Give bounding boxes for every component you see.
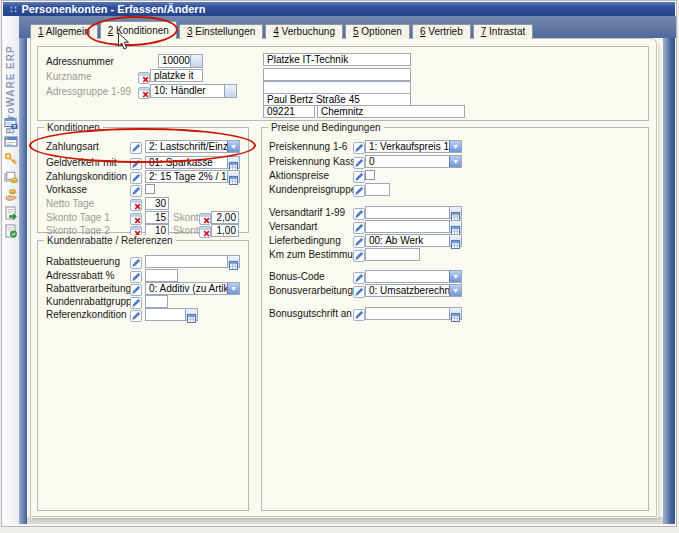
field-edit-icon bbox=[130, 156, 142, 168]
preiskennung-1-6-field[interactable]: 1: Verkaufspreis 1▾ bbox=[365, 140, 462, 153]
geldverkehr-mit-lookup-button[interactable] bbox=[227, 157, 239, 168]
tab-einstellungen[interactable]: 3 Einstellungen bbox=[179, 24, 263, 39]
lieferbedingung-lookup-button[interactable] bbox=[449, 235, 461, 246]
kundenrabatte-groupbox: Kundenrabatte / Referenzen Rabattsteueru… bbox=[37, 240, 249, 511]
zahlungskondition-lookup-button[interactable] bbox=[227, 171, 239, 182]
kundenrabatte-groupbox-title: Kundenrabatte / Referenzen bbox=[44, 235, 176, 246]
versandart-field[interactable] bbox=[365, 220, 462, 233]
skonto-tage-1-field[interactable]: 15 bbox=[145, 211, 169, 224]
tab-verbuchung[interactable]: 4 Verbuchung bbox=[265, 24, 343, 39]
form-window-icon[interactable] bbox=[4, 134, 18, 148]
rabattverarbeitung-field[interactable]: 0: Additiv (zu Artikel/WGR▾ bbox=[145, 282, 240, 295]
adressnummer-lookup-button[interactable] bbox=[190, 55, 202, 67]
bonusgutschrift-an-lookup-button[interactable] bbox=[449, 308, 461, 319]
field-edit-icon bbox=[353, 234, 365, 246]
bonusverarbeitung-label: Bonusverarbeitung bbox=[269, 284, 353, 297]
adressgruppe-field[interactable]: 10: Händler bbox=[150, 84, 237, 98]
address-groupbox: Adressnummer Kurzname Adressgruppe 1-99 … bbox=[37, 46, 649, 121]
aktionspreise-label: Aktionspreise bbox=[269, 169, 329, 182]
zahlungsart-dropdown-button[interactable]: ▾ bbox=[227, 141, 239, 152]
adressrabatt-label: Adressrabatt % bbox=[46, 269, 114, 282]
versandtarif-1-99-field[interactable] bbox=[365, 206, 462, 219]
versandtarif-1-99-lookup-button[interactable] bbox=[449, 207, 461, 218]
field-locked-icon bbox=[138, 70, 150, 82]
rabattsteuerung-lookup-button[interactable] bbox=[227, 256, 239, 267]
adressrabatt-field[interactable] bbox=[145, 269, 178, 282]
kundenpreisgruppe-field[interactable] bbox=[365, 183, 390, 196]
preiskennung-kasse-field[interactable]: 0▾ bbox=[365, 155, 462, 168]
rabattsteuerung-label: Rabattsteuerung bbox=[46, 255, 120, 268]
field-edit-icon bbox=[353, 155, 365, 167]
address-city-field[interactable]: Chemnitz bbox=[317, 105, 465, 118]
skonto-tage-1-skonto-field[interactable]: 2,00 bbox=[211, 211, 239, 224]
preiskennung-kasse-label: Preiskennung Kasse bbox=[269, 155, 361, 168]
bonusverarbeitung-dropdown-button[interactable]: ▾ bbox=[449, 285, 461, 296]
kurzname-field[interactable]: platzke it bbox=[150, 69, 203, 82]
preiskennung-1-6-dropdown-button[interactable]: ▾ bbox=[449, 141, 461, 152]
netto-tage-label: Netto Tage bbox=[46, 197, 94, 210]
adressgruppe-lookup-button[interactable] bbox=[224, 85, 236, 97]
key-icon[interactable] bbox=[4, 152, 18, 166]
kundenrabattgruppe-field[interactable] bbox=[145, 295, 168, 308]
field-edit-icon bbox=[353, 220, 365, 232]
netto-tage-field[interactable]: 30 bbox=[145, 197, 169, 210]
tab-optionen[interactable]: 5 Optionen bbox=[345, 24, 410, 39]
tab-allgemein[interactable]: 1 Allgemein bbox=[30, 24, 98, 39]
kundenpreisgruppe-label: Kundenpreisgruppe bbox=[269, 183, 356, 196]
bonus-code-label: Bonus-Code bbox=[269, 270, 325, 283]
field-edit-icon bbox=[130, 140, 142, 152]
konditionen-groupbox-title: Konditionen bbox=[44, 122, 103, 133]
field-locked-icon bbox=[199, 211, 211, 223]
bonusgutschrift-an-label: Bonusgutschrift an bbox=[269, 307, 352, 320]
field-edit-icon bbox=[353, 183, 365, 195]
address-name1-field[interactable]: Platzke IT-Technik bbox=[263, 53, 411, 66]
vorkasse-checkbox[interactable] bbox=[145, 184, 155, 194]
address-card-icon[interactable] bbox=[4, 116, 18, 130]
tab-konditionen[interactable]: 2 Konditionen bbox=[100, 21, 177, 39]
rabattsteuerung-field[interactable] bbox=[145, 255, 240, 268]
window-grip-icon: ∷ bbox=[10, 3, 15, 17]
field-locked-icon bbox=[130, 197, 142, 209]
kundenrabattgruppe-label: Kundenrabattgruppe bbox=[46, 295, 137, 308]
address-name2-field[interactable] bbox=[263, 68, 411, 81]
km-zum-bestimmungsort-field[interactable] bbox=[365, 248, 420, 261]
cardfile-coins-icon[interactable] bbox=[4, 170, 18, 184]
zahlungskondition-field[interactable]: 2: 15 Tage 2% / 10 Tag bbox=[145, 170, 240, 183]
bonus-code-field[interactable]: ▾ bbox=[365, 270, 462, 283]
frame-right-strip bbox=[663, 38, 675, 524]
field-edit-icon bbox=[130, 282, 142, 294]
kurzname-label: Kurzname bbox=[46, 70, 92, 83]
preiskennung-kasse-dropdown-button[interactable]: ▾ bbox=[449, 156, 461, 167]
bonusverarbeitung-field[interactable]: 0: Umsatzberechnung Adr▾ bbox=[365, 284, 462, 297]
aktionspreise-checkbox[interactable] bbox=[365, 170, 375, 180]
zahlungsart-field[interactable]: 2: Lastschrift/Einzugserm▾ bbox=[145, 140, 240, 153]
page-ok-icon[interactable] bbox=[4, 224, 18, 238]
skonto-tage-2-skonto-field[interactable]: 1,00 bbox=[211, 224, 239, 237]
adressnummer-field[interactable]: 10000 bbox=[158, 54, 203, 68]
versandart-label: Versandart bbox=[269, 220, 317, 233]
tab-vertrieb[interactable]: 6 Vertrieb bbox=[412, 24, 471, 39]
tab-intrastat[interactable]: 7 Intrastat bbox=[473, 24, 533, 39]
preise-groupbox: Preise und Bedingungen Preiskennung 1-61… bbox=[261, 127, 649, 511]
page-export-icon[interactable] bbox=[4, 206, 18, 220]
bonus-code-dropdown-button[interactable]: ▾ bbox=[449, 271, 461, 282]
sidebar-icon-toolbar bbox=[4, 116, 19, 238]
hand-coins-icon[interactable] bbox=[4, 188, 18, 202]
geldverkehr-mit-label: Geldverkehr mit bbox=[46, 156, 117, 169]
bonusgutschrift-an-field[interactable] bbox=[365, 307, 462, 320]
field-edit-icon bbox=[353, 140, 365, 152]
versandart-lookup-button[interactable] bbox=[449, 221, 461, 232]
window-titlebar[interactable]: ∷Personenkonten - Erfassen/Ändern bbox=[3, 2, 675, 16]
field-edit-icon bbox=[130, 308, 142, 320]
field-edit-icon bbox=[353, 169, 365, 181]
rabattverarbeitung-dropdown-button[interactable]: ▾ bbox=[227, 283, 239, 294]
referenzkondition-lookup-button[interactable] bbox=[185, 309, 197, 320]
field-edit-icon bbox=[130, 183, 142, 195]
field-edit-icon bbox=[130, 269, 142, 281]
lieferbedingung-field[interactable]: 00: Ab Werk bbox=[365, 234, 462, 247]
field-locked-icon bbox=[130, 211, 142, 223]
referenzkondition-field[interactable] bbox=[145, 308, 198, 321]
app-sidebar: BüroWARE ERP bbox=[3, 16, 19, 524]
geldverkehr-mit-field[interactable]: 01: Sparkasse bbox=[145, 156, 240, 169]
address-zip-field[interactable]: 09221 bbox=[263, 105, 315, 118]
